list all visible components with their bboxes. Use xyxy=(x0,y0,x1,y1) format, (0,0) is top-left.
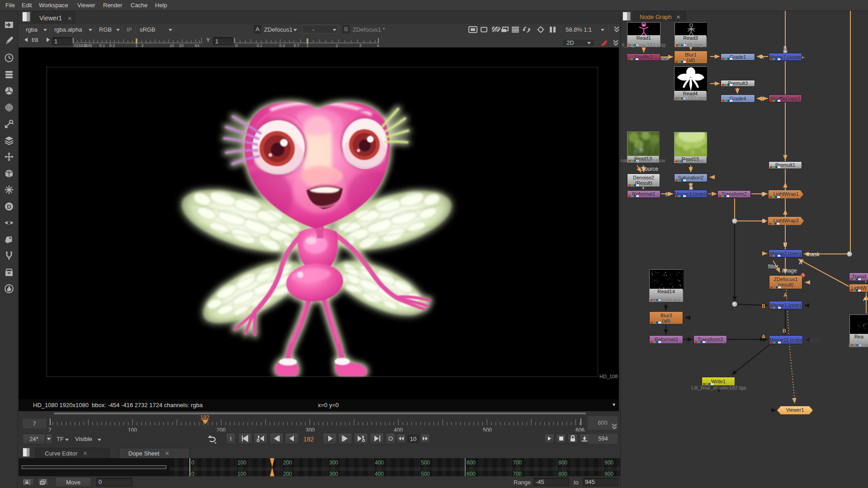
svg-text:B: B xyxy=(783,45,787,51)
svg-text:1: 1 xyxy=(135,43,137,47)
svg-text:A: A xyxy=(863,296,867,302)
svg-text:1: 1 xyxy=(306,43,308,47)
svg-text:900: 900 xyxy=(604,471,613,476)
svg-text:image: image xyxy=(782,267,797,274)
svg-text:300: 300 xyxy=(329,460,338,466)
svg-text:500: 500 xyxy=(483,427,492,432)
svg-text:0.2: 0.2 xyxy=(109,43,115,47)
svg-text:B: B xyxy=(762,303,765,309)
svg-text:900: 900 xyxy=(604,460,613,466)
svg-text:0: 0 xyxy=(191,460,194,466)
svg-text:200: 200 xyxy=(283,460,292,466)
svg-text:mask: mask xyxy=(807,251,820,258)
svg-text:B: B xyxy=(762,218,765,224)
svg-text:20: 20 xyxy=(179,43,184,47)
svg-text:100: 100 xyxy=(128,427,137,432)
svg-text:B: B xyxy=(665,192,669,197)
svg-text:200: 200 xyxy=(283,471,292,476)
svg-text:D: D xyxy=(7,203,11,210)
svg-text:0.05: 0.05 xyxy=(84,43,92,47)
svg-text:7: 7 xyxy=(48,427,52,432)
svg-text:A: A xyxy=(760,54,764,60)
svg-text:100: 100 xyxy=(237,471,246,476)
svg-text:A: A xyxy=(783,292,787,298)
svg-text:0: 0 xyxy=(191,471,194,476)
svg-text:800: 800 xyxy=(558,471,567,476)
svg-text:600: 600 xyxy=(467,460,476,466)
svg-text:0: 0 xyxy=(235,43,237,47)
svg-text:400: 400 xyxy=(375,471,384,476)
svg-text:10: 10 xyxy=(170,43,174,47)
svg-text:2: 2 xyxy=(141,43,143,47)
svg-text:606: 606 xyxy=(576,427,585,432)
svg-text:500: 500 xyxy=(421,460,430,466)
svg-text:500: 500 xyxy=(421,471,430,476)
svg-text:B: B xyxy=(783,328,786,333)
svg-text:700: 700 xyxy=(513,471,522,476)
svg-text:800: 800 xyxy=(558,460,567,466)
svg-text:0.4: 0.4 xyxy=(279,43,285,47)
svg-text:100: 100 xyxy=(237,460,246,466)
svg-text:Source: Source xyxy=(641,166,658,172)
svg-text:A: A xyxy=(762,334,765,339)
svg-text:300: 300 xyxy=(329,471,338,476)
svg-text:2: 2 xyxy=(335,43,338,47)
svg-text:B: B xyxy=(761,192,764,197)
svg-text:700: 700 xyxy=(513,460,522,466)
svg-text:A: A xyxy=(799,260,802,265)
svg-text:3: 3 xyxy=(359,43,361,47)
svg-text:0.1: 0.1 xyxy=(99,43,105,47)
svg-text:0.1: 0.1 xyxy=(257,43,263,47)
svg-text:64: 64 xyxy=(195,43,199,47)
svg-text:400: 400 xyxy=(375,460,384,466)
svg-text:4: 4 xyxy=(377,43,379,47)
svg-text:300: 300 xyxy=(306,427,315,432)
svg-text:0.7: 0.7 xyxy=(294,43,300,47)
svg-text:200: 200 xyxy=(217,427,226,432)
svg-text:2: 2 xyxy=(761,96,764,102)
svg-text:600: 600 xyxy=(467,471,476,476)
svg-text:400: 400 xyxy=(394,427,403,432)
